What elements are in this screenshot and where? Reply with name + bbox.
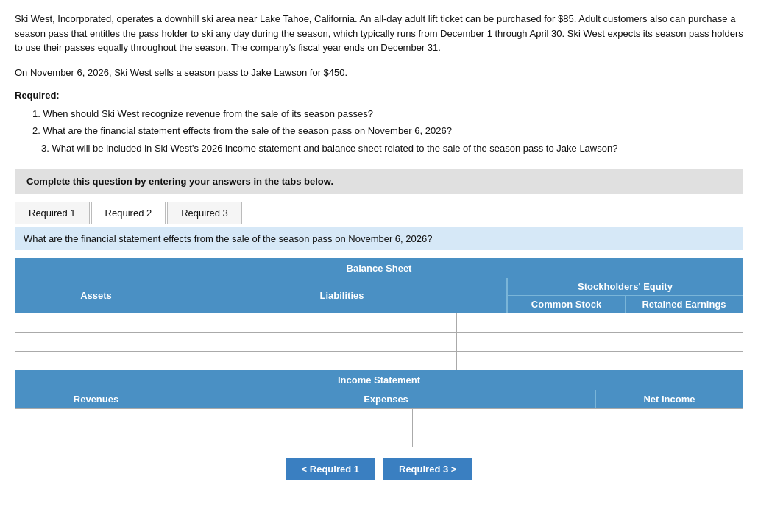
bs-asset1-r3[interactable] [15, 352, 96, 370]
bs-asset2-r1-input[interactable] [96, 313, 177, 332]
is-expenses-label: Expenses [177, 390, 595, 408]
is-ni2-r1-input[interactable] [413, 409, 743, 428]
is-ni2-r2[interactable] [413, 428, 743, 447]
required-item-3: 3. What will be included in Ski West's 2… [32, 140, 743, 157]
bs-liabilities-label: Liabilities [177, 278, 507, 313]
is-data-rows [15, 408, 743, 447]
is-net-income-label: Net Income [595, 390, 743, 408]
is-rev2-r1-input[interactable] [96, 409, 177, 428]
bs-asset1-r1[interactable] [15, 313, 96, 332]
bs-liab2-r3[interactable] [258, 352, 339, 370]
required-item-1: 1. When should Ski West recognize revenu… [32, 105, 743, 122]
bs-retained-earnings-label: Retained Earnings [626, 296, 743, 313]
is-ni1-r2-input[interactable] [339, 428, 412, 447]
table-row [15, 332, 743, 351]
is-exp2-r2[interactable] [258, 428, 339, 447]
table-row [15, 351, 743, 370]
is-ni2-r1[interactable] [413, 409, 743, 428]
tabs-row: Required 1 Required 2 Required 3 [15, 202, 743, 224]
bs-assets-label: Assets [15, 278, 177, 313]
is-exp2-r1[interactable] [258, 409, 339, 428]
bs-eq2-r3[interactable] [457, 352, 743, 370]
bs-eq1-r2[interactable] [339, 333, 457, 351]
bs-liab1-r3[interactable] [177, 352, 258, 370]
table-row [15, 313, 743, 332]
tab-required3[interactable]: Required 3 [167, 202, 242, 224]
bs-asset2-r2[interactable] [96, 333, 177, 351]
bs-data-rows [15, 313, 743, 370]
prev-button[interactable]: < Required 1 [286, 458, 375, 480]
is-rev1-r1-input[interactable] [15, 409, 96, 428]
question-bar: What are the financial statement effects… [15, 227, 743, 250]
is-exp1-r2[interactable] [177, 428, 258, 447]
is-exp2-r1-input[interactable] [258, 409, 339, 428]
bs-eq1-r2-input[interactable] [339, 333, 456, 351]
bs-eq2-r2[interactable] [457, 333, 743, 351]
bs-asset2-r3[interactable] [96, 352, 177, 370]
is-ni1-r2[interactable] [339, 428, 413, 447]
bs-liab1-r3-input[interactable] [177, 352, 258, 370]
complete-banner: Complete this question by entering your … [15, 169, 743, 194]
intro-paragraph2: On November 6, 2026, Ski West sells a se… [15, 65, 743, 80]
bs-asset1-r3-input[interactable] [15, 352, 96, 370]
bs-asset1-r2[interactable] [15, 333, 96, 351]
bs-asset2-r1[interactable] [96, 313, 177, 332]
bs-liab2-r1-input[interactable] [258, 313, 339, 332]
balance-sheet-table: Balance Sheet Assets Liabilities Stockho… [15, 258, 743, 447]
bs-eq2-r2-input[interactable] [457, 333, 743, 351]
bs-liab1-r2-input[interactable] [177, 333, 258, 351]
bs-liab2-r2-input[interactable] [258, 333, 339, 351]
is-rev2-r1[interactable] [96, 409, 177, 428]
required-list: 1. When should Ski West recognize revenu… [32, 105, 743, 157]
bs-asset1-r2-input[interactable] [15, 333, 96, 351]
bs-asset2-r3-input[interactable] [96, 352, 177, 370]
table-row [15, 428, 743, 447]
bs-eq2-r1-input[interactable] [457, 313, 743, 332]
is-exp1-r1[interactable] [177, 409, 258, 428]
bs-equity-group: Stockholders' Equity Common Stock Retain… [507, 278, 743, 313]
tab-required2[interactable]: Required 2 [91, 202, 166, 224]
bs-liab1-r1[interactable] [177, 313, 258, 332]
is-revenues-label: Revenues [15, 390, 177, 408]
bs-common-stock-label: Common Stock [508, 296, 626, 313]
bs-liab2-r3-input[interactable] [258, 352, 339, 370]
is-rev2-r2-input[interactable] [96, 428, 177, 447]
next-button[interactable]: Required 3 > [383, 458, 472, 480]
table-row [15, 408, 743, 428]
bs-eq1-r3[interactable] [339, 352, 457, 370]
bs-liab1-r1-input[interactable] [177, 313, 258, 332]
is-rev1-r1[interactable] [15, 409, 96, 428]
is-exp1-r2-input[interactable] [177, 428, 258, 447]
is-ni1-r1-input[interactable] [339, 409, 412, 428]
bs-eq2-r3-input[interactable] [457, 352, 743, 370]
bs-eq1-r1-input[interactable] [339, 313, 456, 332]
required-heading: Required: [15, 90, 743, 101]
bs-eq2-r1[interactable] [457, 313, 743, 332]
bs-eq1-r1[interactable] [339, 313, 457, 332]
is-exp1-r1-input[interactable] [177, 409, 258, 428]
is-rev1-r2[interactable] [15, 428, 96, 447]
bs-liab2-r1[interactable] [258, 313, 339, 332]
required-item-2: 2. What are the financial statement effe… [32, 122, 743, 139]
bs-asset2-r2-input[interactable] [96, 333, 177, 351]
is-subheader: Revenues Expenses Net Income [15, 390, 743, 408]
is-rev1-r2-input[interactable] [15, 428, 96, 447]
nav-buttons: < Required 1 Required 3 > [15, 458, 743, 480]
is-rev2-r2[interactable] [96, 428, 177, 447]
is-title: Income Statement [15, 370, 743, 390]
is-ni2-r2-input[interactable] [413, 428, 743, 447]
bs-equity-title: Stockholders' Equity [508, 278, 743, 296]
tab-required1[interactable]: Required 1 [15, 202, 90, 224]
bs-title: Balance Sheet [15, 258, 743, 278]
is-exp2-r2-input[interactable] [258, 428, 339, 447]
is-ni1-r1[interactable] [339, 409, 413, 428]
bs-asset1-r1-input[interactable] [15, 313, 96, 332]
bs-eq1-r3-input[interactable] [339, 352, 456, 370]
intro-paragraph1: Ski West, Incorporated, operates a downh… [15, 12, 743, 55]
bs-liab1-r2[interactable] [177, 333, 258, 351]
bs-liab2-r2[interactable] [258, 333, 339, 351]
